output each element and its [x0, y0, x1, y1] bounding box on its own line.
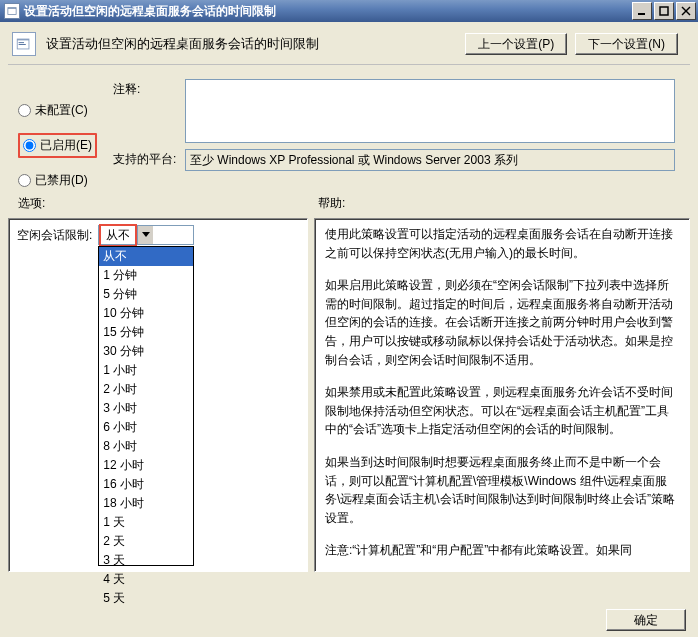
dropdown-option[interactable]: 1 天 — [99, 513, 193, 532]
svg-rect-3 — [660, 7, 668, 15]
dropdown-option[interactable]: 12 小时 — [99, 456, 193, 475]
minimize-button[interactable] — [632, 2, 652, 20]
radio-enabled-label: 已启用(E) — [40, 137, 92, 154]
dropdown-option[interactable]: 15 分钟 — [99, 323, 193, 342]
radio-not-configured[interactable]: 未配置(C) — [18, 102, 98, 119]
prev-setting-button[interactable]: 上一个设置(P) — [465, 33, 567, 55]
dropdown-option[interactable]: 6 小时 — [99, 418, 193, 437]
combo-selected-text: 从不 — [102, 228, 134, 242]
help-paragraph: 如果禁用或未配置此策略设置，则远程桌面服务允许会话不受时间限制地保持活动但空闲状… — [325, 383, 675, 439]
window-icon — [4, 3, 20, 19]
idle-limit-combo[interactable]: 从不 从不1 分钟5 分钟10 分钟15 分钟30 分钟1 小时2 小时3 小时… — [98, 225, 194, 245]
radio-disabled-label: 已禁用(D) — [35, 172, 88, 189]
title-bar: 设置活动但空闲的远程桌面服务会话的时间限制 — [0, 0, 698, 22]
dropdown-option[interactable]: 10 分钟 — [99, 304, 193, 323]
dropdown-option[interactable]: 16 小时 — [99, 475, 193, 494]
next-setting-button[interactable]: 下一个设置(N) — [575, 33, 678, 55]
policy-icon — [12, 32, 36, 56]
idle-limit-dropdown[interactable]: 从不1 分钟5 分钟10 分钟15 分钟30 分钟1 小时2 小时3 小时6 小… — [98, 246, 194, 566]
help-paragraph: 如果启用此策略设置，则必须在“空闲会话限制”下拉列表中选择所需的时间限制。超过指… — [325, 276, 675, 369]
dropdown-option[interactable]: 5 分钟 — [99, 285, 193, 304]
radio-disabled[interactable]: 已禁用(D) — [18, 172, 98, 189]
comment-textarea[interactable] — [185, 79, 675, 143]
supported-value: 至少 Windows XP Professional 或 Windows Ser… — [185, 149, 675, 171]
dropdown-option[interactable]: 18 小时 — [99, 494, 193, 513]
chevron-down-icon[interactable] — [137, 226, 153, 244]
ok-button[interactable]: 确定 — [606, 609, 686, 631]
dropdown-option[interactable]: 4 天 — [99, 570, 193, 589]
help-paragraph: 注意:“计算机配置”和“用户配置”中都有此策略设置。如果同 — [325, 541, 675, 560]
header-title: 设置活动但空闲的远程桌面服务会话的时间限制 — [46, 35, 455, 53]
dropdown-option[interactable]: 30 分钟 — [99, 342, 193, 361]
help-paragraph: 如果当到达时间限制时想要远程桌面服务终止而不是中断一个会话，则可以配置“计算机配… — [325, 453, 675, 527]
radio-not-configured-label: 未配置(C) — [35, 102, 88, 119]
dropdown-option[interactable]: 3 天 — [99, 551, 193, 570]
dropdown-option[interactable]: 1 小时 — [99, 361, 193, 380]
dropdown-option[interactable]: 从不 — [99, 247, 193, 266]
help-label: 帮助: — [318, 195, 345, 212]
help-paragraph: 使用此策略设置可以指定活动的远程桌面服务会话在自动断开连接之前可以保持空闲状态(… — [325, 225, 675, 262]
dropdown-option[interactable]: 3 小时 — [99, 399, 193, 418]
dropdown-option[interactable]: 8 小时 — [99, 437, 193, 456]
window-title: 设置活动但空闲的远程桌面服务会话的时间限制 — [24, 3, 276, 20]
maximize-button[interactable] — [654, 2, 674, 20]
dropdown-option[interactable]: 2 天 — [99, 532, 193, 551]
enabled-highlight: 已启用(E) — [18, 133, 97, 158]
header: 设置活动但空闲的远程桌面服务会话的时间限制 上一个设置(P) 下一个设置(N) — [8, 22, 690, 65]
svg-rect-1 — [8, 9, 16, 14]
svg-marker-10 — [142, 232, 150, 237]
help-panel: 使用此策略设置可以指定活动的远程桌面服务会话在自动断开连接之前可以保持空闲状态(… — [314, 218, 690, 572]
supported-label: 支持的平台: — [113, 149, 185, 168]
radio-enabled[interactable]: 已启用(E) — [23, 137, 92, 154]
comment-label: 注释: — [113, 79, 185, 98]
svg-rect-8 — [19, 42, 24, 43]
options-panel: 空闲会话限制: 从不 从不1 分钟5 分钟10 分钟15 分钟30 分钟1 小时… — [8, 218, 308, 572]
dropdown-option[interactable]: 2 小时 — [99, 380, 193, 399]
close-button[interactable] — [676, 2, 696, 20]
dropdown-option[interactable]: 5 天 — [99, 589, 193, 608]
svg-rect-9 — [19, 44, 26, 45]
idle-limit-label: 空闲会话限制: — [17, 227, 92, 244]
dropdown-option[interactable]: 1 分钟 — [99, 266, 193, 285]
